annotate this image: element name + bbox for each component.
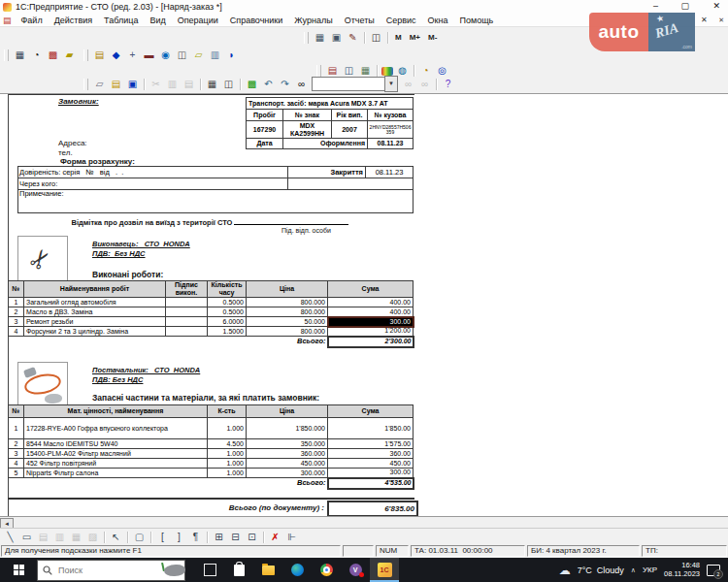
cell[interactable]: 400.00 xyxy=(328,298,414,307)
minimize-icon[interactable]: – xyxy=(653,1,658,12)
cell[interactable]: 0.5000 xyxy=(208,307,247,317)
menu-item[interactable]: Отчеты xyxy=(339,16,381,25)
cell[interactable]: 1.000 xyxy=(208,449,247,459)
cell[interactable]: 4 xyxy=(9,327,24,337)
edge-button[interactable] xyxy=(282,558,312,582)
cell[interactable]: 450.00 xyxy=(328,459,414,469)
viber-button[interactable]: V xyxy=(341,558,370,582)
memo-icon[interactable]: ▱ xyxy=(191,48,206,62)
language-indicator[interactable]: УКР xyxy=(643,566,657,574)
cell[interactable]: 300.00 xyxy=(328,469,414,478)
closing-date[interactable]: 08.11.23 xyxy=(366,167,414,178)
rect-tool-icon[interactable]: ▭ xyxy=(19,531,34,544)
year-header[interactable]: Рік вип. xyxy=(332,110,368,121)
parts-total-value[interactable]: 4'535.00 xyxy=(328,478,414,489)
combobox-field[interactable] xyxy=(312,77,384,91)
cell[interactable]: Масло в ДВЗ. Заміна xyxy=(24,307,166,317)
cell[interactable]: 1.000 xyxy=(208,459,247,469)
find-next-icon[interactable]: ∞ xyxy=(401,78,415,91)
cell[interactable]: 2 xyxy=(9,439,24,449)
cell[interactable]: 3 xyxy=(9,317,24,327)
hide-grid-tool-icon[interactable]: ✗ xyxy=(268,531,282,544)
cell[interactable] xyxy=(166,317,208,327)
section-tool-icon[interactable]: ¶ xyxy=(188,531,203,544)
start-button[interactable] xyxy=(0,558,37,582)
cell[interactable]: 800.000 xyxy=(247,307,328,317)
poa-label[interactable]: Довіреність: серія № від . . xyxy=(18,167,288,178)
registration-label[interactable]: Оформлення xyxy=(283,139,368,149)
help-icon[interactable]: ? xyxy=(441,78,455,91)
cell[interactable]: 800.000 xyxy=(247,327,328,337)
design-icon[interactable]: ▩ xyxy=(46,48,60,62)
cell[interactable]: 452 Фільтр повітряний xyxy=(24,459,208,469)
chrome-button[interactable] xyxy=(312,558,341,582)
menu-item[interactable]: Действия xyxy=(49,16,98,25)
cell[interactable]: 1'575.00 xyxy=(328,439,414,449)
weather-text[interactable]: 7°C Cloudy xyxy=(578,566,624,575)
diagram-tool-icon[interactable]: ▦ xyxy=(69,531,83,544)
book-icon[interactable]: ◫ xyxy=(369,31,383,45)
cell[interactable]: Nipparts Фільтр салона xyxy=(24,469,208,478)
cell[interactable]: 300.000 xyxy=(247,469,328,478)
paste-icon[interactable]: ▤ xyxy=(182,78,196,91)
cell[interactable]: 5 xyxy=(9,469,24,478)
cell[interactable]: 0.5000 xyxy=(208,298,247,307)
vehicle-icon[interactable]: ▰ xyxy=(62,48,77,62)
save-icon[interactable]: ▣ xyxy=(125,78,140,91)
find-entry-icon[interactable]: ◉ xyxy=(158,48,173,62)
cell[interactable]: 400.00 xyxy=(328,307,414,317)
store-button[interactable] xyxy=(224,558,253,582)
cell[interactable]: 3 xyxy=(9,449,24,459)
via-value[interactable] xyxy=(288,178,414,190)
manatee-image[interactable] xyxy=(162,563,187,578)
cell[interactable]: 1'200.00 xyxy=(328,327,414,337)
grand-total-value[interactable]: 6'835.00 xyxy=(327,501,418,517)
cell[interactable]: Ремонт резьби xyxy=(24,317,166,327)
clock[interactable]: 16:48 08.11.2023 xyxy=(664,562,700,578)
works-total-value[interactable]: 2'300.00 xyxy=(328,337,414,347)
cursor-tool-icon[interactable]: ↖ xyxy=(109,531,123,544)
memory-add-button[interactable]: М+ xyxy=(406,31,424,45)
hierarchy-icon[interactable]: ◫ xyxy=(175,48,189,62)
frame-tool-icon[interactable]: ▢ xyxy=(132,531,147,544)
cell[interactable]: Форсунки 2 та 3 циліндр. Заміна xyxy=(24,327,166,337)
menu-item[interactable]: Журналы xyxy=(288,16,338,25)
text-tool-icon[interactable]: ▨ xyxy=(85,531,100,544)
menu-item[interactable]: Файл xyxy=(16,16,49,25)
vin-value[interactable]: 2HNYD28557H506359 xyxy=(368,121,414,139)
table-settings-icon[interactable]: ▦ xyxy=(313,31,327,45)
close-icon[interactable]: ✕ xyxy=(712,1,720,12)
task-view-button[interactable] xyxy=(195,558,224,582)
view-mode-icon[interactable]: ▩ xyxy=(245,78,259,91)
redo-icon[interactable]: ↷ xyxy=(278,78,292,91)
undo-icon[interactable]: ↶ xyxy=(261,78,276,91)
find-prev-icon[interactable]: ∞ xyxy=(417,78,432,91)
table-cell-tool-icon[interactable]: ⊡ xyxy=(245,531,259,544)
mileage-header[interactable]: Пробіг xyxy=(247,110,283,121)
cell[interactable]: 1'850.000 xyxy=(247,418,328,439)
note-label[interactable]: Примечание: xyxy=(18,190,414,213)
fix-table-tool-icon[interactable]: ⊩ xyxy=(284,531,299,544)
weather-cloud-icon[interactable]: ☁ xyxy=(559,564,571,577)
plate-value[interactable]: MDX КА2599НН xyxy=(283,121,332,139)
vehicle-title[interactable]: Транспорт. засіб: марка Acura MDX 3.7 AT xyxy=(247,98,414,110)
cell[interactable]: 15400-PLM-A02 Фільтр масляний xyxy=(24,449,208,459)
catalog-icon[interactable]: ▥ xyxy=(208,48,222,62)
cell[interactable] xyxy=(166,298,208,307)
memory-sub-button[interactable]: М- xyxy=(424,31,441,45)
table-tool-icon[interactable]: ⊞ xyxy=(212,531,226,544)
bracket-open-tool-icon[interactable]: [ xyxy=(155,531,170,544)
menu-item[interactable]: Помощь xyxy=(454,16,500,25)
cell[interactable]: 4.500 xyxy=(208,439,247,449)
date-label[interactable]: Дата xyxy=(247,139,283,149)
hidden-icons-chevron[interactable]: ∧ xyxy=(631,566,636,574)
menu-item[interactable]: Сервис xyxy=(381,16,422,25)
year-value[interactable]: 2007 xyxy=(332,121,368,139)
cell[interactable]: 360.000 xyxy=(247,449,328,459)
cell[interactable]: 350.000 xyxy=(247,439,328,449)
cell[interactable]: 300.00 xyxy=(328,317,414,327)
search-input[interactable] xyxy=(56,565,148,576)
cell[interactable]: 800.000 xyxy=(247,298,328,307)
cell[interactable]: Загальний огляд автомобіля xyxy=(24,298,166,307)
date-value[interactable]: 08.11.23 xyxy=(368,139,414,149)
